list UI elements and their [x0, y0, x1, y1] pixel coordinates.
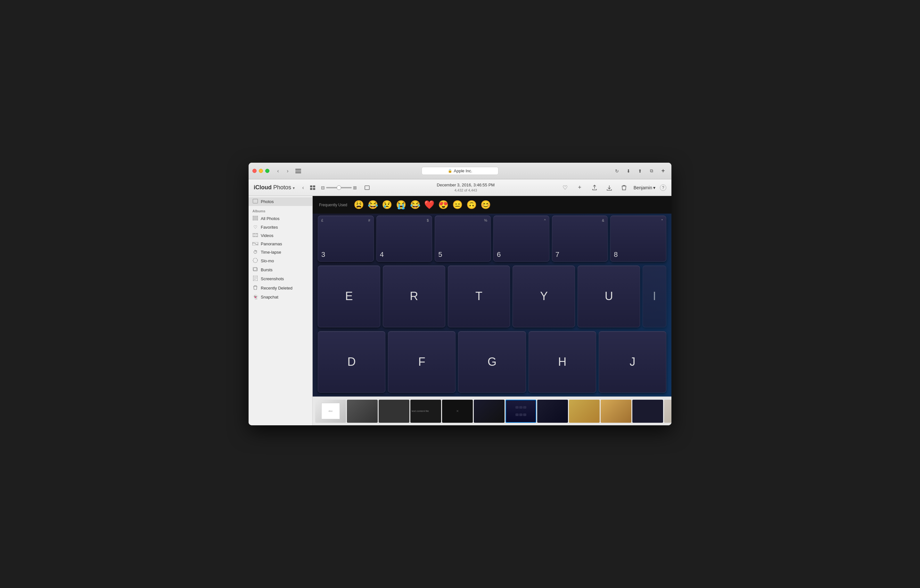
- zoom-large-icon: ⊞: [353, 185, 357, 190]
- sidebar-item-all-photos[interactable]: All Photos: [249, 214, 312, 223]
- key-e-label: E: [321, 268, 377, 324]
- key-j: J: [599, 331, 666, 393]
- sidebar-section-albums: Albums: [249, 206, 312, 214]
- help-button[interactable]: ?: [660, 185, 666, 191]
- thumbnail-8[interactable]: [537, 400, 568, 423]
- grid-view-button[interactable]: [308, 183, 317, 192]
- fullscreen-button[interactable]: [363, 183, 372, 192]
- sidebar-item-recently-deleted[interactable]: Recently Deleted: [249, 283, 312, 293]
- key-8-label: 8: [614, 251, 663, 259]
- favorites-icon: ♡: [253, 225, 258, 230]
- sidebar-item-screenshots[interactable]: Screenshots: [249, 274, 312, 283]
- add-button[interactable]: +: [575, 183, 585, 193]
- new-tab-button[interactable]: ⧉: [647, 167, 656, 175]
- app-window: ‹ › 🔒 Apple Inc. ↻ ⬇ ⬆ ⧉ + iCloud: [249, 163, 671, 425]
- keyboard-photo: Frequently Used 😩 😂 😢 😭 😂 ❤️ 😍 😑 🙃 😊: [313, 196, 671, 397]
- thumbnail-11[interactable]: [632, 400, 663, 423]
- bursts-label: Bursts: [261, 267, 273, 272]
- zoom-slider[interactable]: [326, 187, 352, 188]
- delete-button[interactable]: [619, 183, 629, 193]
- sidebar-toggle-button[interactable]: [294, 167, 303, 175]
- thumbnail-3[interactable]: [379, 400, 410, 423]
- sidebar-photos-label: Photos: [261, 199, 274, 204]
- download-button[interactable]: [604, 183, 614, 193]
- emoji-5: 😂: [410, 200, 420, 210]
- key-f-label: F: [392, 334, 452, 390]
- photo-date: December 3, 2016, 3:46:55 PM: [437, 182, 495, 188]
- key-h: H: [528, 331, 596, 393]
- titlebar-center: 🔒 Apple Inc.: [421, 167, 499, 175]
- svg-rect-4: [313, 185, 315, 187]
- bursts-icon: [253, 267, 258, 272]
- thumbnail-12[interactable]: [664, 400, 671, 423]
- titlebar-right: ↻ ⬇ ⬆ ⧉ +: [612, 167, 667, 175]
- svg-rect-6: [313, 188, 315, 190]
- download-icon-button[interactable]: ⬇: [624, 167, 633, 175]
- share-button[interactable]: [590, 183, 600, 193]
- number-row: £ # 3 $ 4 %: [313, 214, 671, 264]
- brand-icloud: iCloud: [254, 184, 272, 191]
- thumbnail-1[interactable]: doc: [315, 400, 346, 423]
- add-tab-button[interactable]: +: [659, 167, 667, 175]
- thumbnail-6[interactable]: [474, 400, 505, 423]
- thumbnail-7-active[interactable]: [505, 400, 536, 423]
- thumbnail-4[interactable]: text content file: [410, 400, 441, 423]
- sidebar-item-panoramas[interactable]: Panoramas: [249, 240, 312, 248]
- emoji-4: 😭: [396, 200, 406, 210]
- svg-rect-11: [253, 216, 258, 220]
- back-button[interactable]: ‹: [274, 167, 282, 175]
- thumbnail-5[interactable]: ✕: [442, 400, 473, 423]
- emoji-10: 😊: [481, 200, 491, 210]
- key-7-label: 7: [556, 251, 604, 259]
- sidebar-item-favorites[interactable]: ♡ Favorites: [249, 223, 312, 231]
- key-r-label: R: [386, 268, 442, 324]
- url-bar[interactable]: 🔒 Apple Inc.: [421, 167, 499, 175]
- app-brand: iCloud Photos ▾: [254, 184, 295, 191]
- panoramas-label: Panoramas: [261, 241, 282, 246]
- key-i-label: I: [646, 268, 663, 324]
- emoji-1: 😩: [354, 200, 364, 210]
- toolbar: iCloud Photos ▾ ‹ ⊟ ⊞: [249, 179, 671, 196]
- slo-mo-icon: [253, 258, 258, 264]
- sidebar-item-slo-mo[interactable]: Slo-mo: [249, 256, 312, 266]
- key-u: U: [578, 266, 640, 327]
- videos-label: Videos: [261, 233, 274, 238]
- sidebar-item-videos[interactable]: Videos: [249, 231, 312, 240]
- sidebar-item-photos-selected[interactable]: Photos: [249, 197, 312, 206]
- sidebar-item-snapchat[interactable]: 👻 Snapchat: [249, 293, 312, 301]
- share-icon-button[interactable]: ⬆: [635, 167, 645, 175]
- panoramas-icon: [253, 241, 258, 246]
- key-3: £ # 3: [318, 215, 374, 262]
- svg-rect-1: [295, 170, 301, 171]
- brand-photos-label: Photos: [273, 184, 291, 191]
- key-i: I: [643, 266, 666, 327]
- key-y-label: Y: [516, 268, 572, 324]
- user-name: Benjamin: [633, 185, 652, 190]
- key-4-label: 4: [380, 251, 429, 259]
- key-f: F: [388, 331, 455, 393]
- recently-deleted-icon: [253, 285, 258, 291]
- minimize-button[interactable]: [259, 169, 263, 173]
- key-5: % 5: [435, 215, 491, 262]
- thumbnail-2[interactable]: [347, 400, 378, 423]
- forward-button[interactable]: ›: [283, 167, 292, 175]
- emoji-6: ❤️: [424, 200, 434, 210]
- maximize-button[interactable]: [265, 169, 269, 173]
- key-g: G: [458, 331, 526, 393]
- svg-rect-7: [365, 186, 369, 190]
- favorite-button[interactable]: ♡: [560, 183, 570, 193]
- thumbnail-10[interactable]: [601, 400, 632, 423]
- user-menu-button[interactable]: Benjamin ▾: [633, 185, 655, 190]
- sidebar-item-time-lapse[interactable]: ⏱ Time-lapse: [249, 248, 312, 256]
- thumbnail-9[interactable]: [569, 400, 600, 423]
- key-r: R: [383, 266, 445, 327]
- close-button[interactable]: [253, 169, 257, 173]
- brand-dropdown-icon[interactable]: ▾: [293, 186, 295, 190]
- time-lapse-label: Time-lapse: [261, 250, 281, 254]
- svg-rect-24: [254, 276, 257, 279]
- all-photos-icon: [253, 216, 258, 221]
- refresh-button[interactable]: ↻: [612, 167, 622, 175]
- svg-rect-0: [295, 169, 301, 170]
- sidebar-item-bursts[interactable]: Bursts: [249, 266, 312, 274]
- photo-back-button[interactable]: ‹: [298, 183, 308, 192]
